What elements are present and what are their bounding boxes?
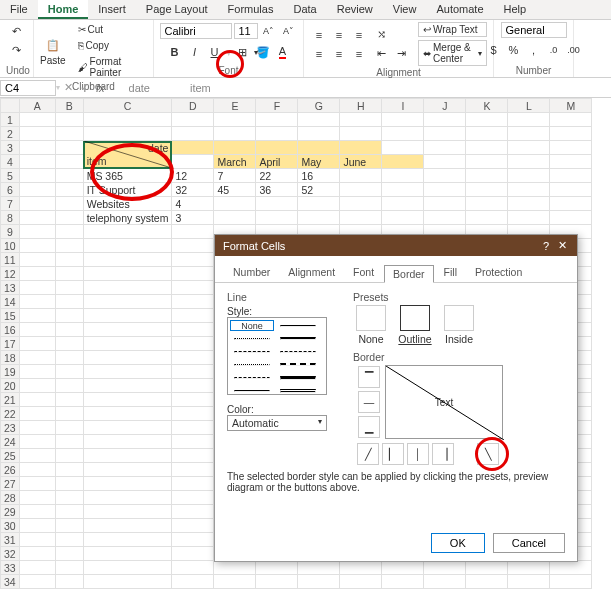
cell-C2[interactable] <box>83 127 172 141</box>
row-header-29[interactable]: 29 <box>1 505 20 519</box>
row-header-12[interactable]: 12 <box>1 267 20 281</box>
cell-A28[interactable] <box>19 491 55 505</box>
cell-D27[interactable] <box>172 477 214 491</box>
cell-A27[interactable] <box>19 477 55 491</box>
row-header-19[interactable]: 19 <box>1 365 20 379</box>
cell-D4[interactable] <box>172 155 214 169</box>
cell-K34[interactable] <box>466 575 508 589</box>
cancel-icon[interactable]: ✕ <box>60 79 76 97</box>
cell-A6[interactable] <box>19 183 55 197</box>
dec-inc-icon[interactable]: .0 <box>545 41 563 59</box>
preset-inside[interactable]: Inside <box>441 305 477 345</box>
cell-B21[interactable] <box>55 393 83 407</box>
dialog-titlebar[interactable]: Format Cells ? ✕ <box>215 235 577 256</box>
cell-B23[interactable] <box>55 421 83 435</box>
cell-B26[interactable] <box>55 463 83 477</box>
cell-C10[interactable] <box>83 239 172 253</box>
tab-home[interactable]: Home <box>38 0 89 19</box>
cell-M2[interactable] <box>550 127 592 141</box>
cell-B28[interactable] <box>55 491 83 505</box>
cell-H8[interactable] <box>340 211 382 225</box>
cell-J2[interactable] <box>424 127 466 141</box>
row-header-32[interactable]: 32 <box>1 547 20 561</box>
cell-D8[interactable]: 3 <box>172 211 214 225</box>
row-header-21[interactable]: 21 <box>1 393 20 407</box>
tab-page-layout[interactable]: Page Layout <box>136 0 218 19</box>
cell-B29[interactable] <box>55 505 83 519</box>
cut-button[interactable]: ✂Cut <box>74 22 147 37</box>
cell-C18[interactable] <box>83 351 172 365</box>
cell-A16[interactable] <box>19 323 55 337</box>
cell-A15[interactable] <box>19 309 55 323</box>
border-mid-btn[interactable]: ― <box>358 391 380 413</box>
row-header-22[interactable]: 22 <box>1 407 20 421</box>
row-header-11[interactable]: 11 <box>1 253 20 267</box>
cell-B20[interactable] <box>55 379 83 393</box>
cell-A22[interactable] <box>19 407 55 421</box>
cell-B22[interactable] <box>55 407 83 421</box>
number-format-select[interactable] <box>501 22 567 38</box>
cell-D7[interactable]: 4 <box>172 197 214 211</box>
cell-C15[interactable] <box>83 309 172 323</box>
cell-L3[interactable] <box>508 141 550 155</box>
cell-C23[interactable] <box>83 421 172 435</box>
cell-M6[interactable] <box>550 183 592 197</box>
border-preview[interactable]: Text ▔ ― ▁ <box>385 365 503 439</box>
cell-E5[interactable]: 7 <box>214 169 256 183</box>
cell-A30[interactable] <box>19 519 55 533</box>
col-header-E[interactable]: E <box>214 99 256 113</box>
row-header-5[interactable]: 5 <box>1 169 20 183</box>
accounting-icon[interactable]: $ <box>485 41 503 59</box>
row-header-25[interactable]: 25 <box>1 449 20 463</box>
cell-I6[interactable] <box>382 183 424 197</box>
dec-dec-icon[interactable]: .00 <box>565 41 583 59</box>
align-center-icon[interactable]: ≡ <box>330 45 348 63</box>
cell-A12[interactable] <box>19 267 55 281</box>
font-name-select[interactable] <box>160 23 232 39</box>
cell-C13[interactable] <box>83 281 172 295</box>
ok-button[interactable]: OK <box>431 533 485 553</box>
cell-C1[interactable] <box>83 113 172 127</box>
tab-formulas[interactable]: Formulas <box>218 0 284 19</box>
cell-I7[interactable] <box>382 197 424 211</box>
cell-G7[interactable] <box>298 197 340 211</box>
cell-C8[interactable]: telephony system <box>83 211 172 225</box>
cell-G5[interactable]: 16 <box>298 169 340 183</box>
cell-B24[interactable] <box>55 435 83 449</box>
cell-D10[interactable] <box>172 239 214 253</box>
cell-M8[interactable] <box>550 211 592 225</box>
cell-E1[interactable] <box>214 113 256 127</box>
cell-D20[interactable] <box>172 379 214 393</box>
cell-E6[interactable]: 45 <box>214 183 256 197</box>
cell-D33[interactable] <box>172 561 214 575</box>
cell-L34[interactable] <box>508 575 550 589</box>
cell-D12[interactable] <box>172 267 214 281</box>
undo-icon[interactable]: ↶ <box>8 22 26 40</box>
cell-J1[interactable] <box>424 113 466 127</box>
col-header-G[interactable]: G <box>298 99 340 113</box>
cell-B18[interactable] <box>55 351 83 365</box>
cell-B2[interactable] <box>55 127 83 141</box>
cell-B8[interactable] <box>55 211 83 225</box>
cell-J7[interactable] <box>424 197 466 211</box>
cell-B31[interactable] <box>55 533 83 547</box>
cell-L5[interactable] <box>508 169 550 183</box>
col-header-D[interactable]: D <box>172 99 214 113</box>
cell-G8[interactable] <box>298 211 340 225</box>
row-header-31[interactable]: 31 <box>1 533 20 547</box>
cell-G2[interactable] <box>298 127 340 141</box>
tab-file[interactable]: File <box>0 0 38 19</box>
name-box[interactable] <box>0 80 56 96</box>
cell-E8[interactable] <box>214 211 256 225</box>
wrap-text-button[interactable]: ↩Wrap Text <box>418 22 487 37</box>
cell-E3[interactable] <box>214 141 256 155</box>
row-header-13[interactable]: 13 <box>1 281 20 295</box>
align-middle-icon[interactable]: ≡ <box>330 26 348 44</box>
dlg-tab-protection[interactable]: Protection <box>467 264 530 282</box>
cell-D6[interactable]: 32 <box>172 183 214 197</box>
cell-D25[interactable] <box>172 449 214 463</box>
cell-F5[interactable]: 22 <box>256 169 298 183</box>
cell-D13[interactable] <box>172 281 214 295</box>
row-header-1[interactable]: 1 <box>1 113 20 127</box>
cell-B1[interactable] <box>55 113 83 127</box>
